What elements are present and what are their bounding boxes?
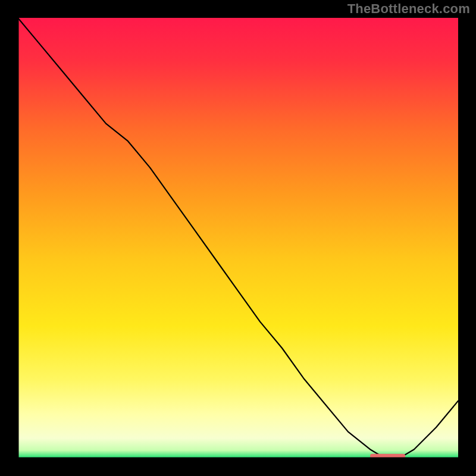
plot-area [18, 18, 458, 458]
watermark-label: TheBottleneck.com [347, 1, 470, 17]
data-curve [18, 18, 458, 458]
svg-rect-1 [370, 454, 405, 458]
chart-stage: TheBottleneck.com [0, 0, 476, 476]
